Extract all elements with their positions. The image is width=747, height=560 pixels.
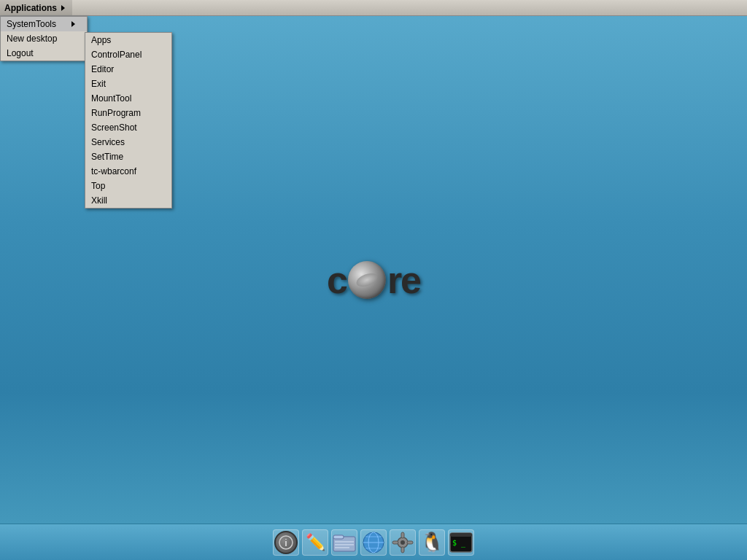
menu-item-runprogram[interactable]: RunProgram bbox=[85, 106, 171, 120]
logo-text-before: c bbox=[327, 258, 347, 302]
filemanager-icon bbox=[333, 532, 356, 553]
logout-label: Logout bbox=[7, 48, 34, 58]
info-icon bbox=[274, 531, 298, 554]
applications-label: Applications bbox=[4, 3, 57, 13]
wrench-icon bbox=[391, 531, 414, 554]
menu-item-mounttool[interactable]: MountTool bbox=[85, 91, 171, 106]
systemtools-label: SystemTools bbox=[7, 19, 56, 29]
svg-rect-16 bbox=[401, 547, 404, 553]
globe-icon bbox=[362, 531, 385, 554]
svg-rect-6 bbox=[335, 544, 354, 545]
terminal-icon: $ _ bbox=[449, 532, 473, 553]
controlpanel-label: ControlPanel bbox=[91, 50, 142, 60]
menu-item-services[interactable]: Services bbox=[85, 135, 171, 149]
menu-item-apps[interactable]: Apps bbox=[85, 33, 171, 47]
svg-point-14 bbox=[400, 540, 405, 545]
svg-rect-18 bbox=[407, 541, 413, 544]
core-logo: c re bbox=[327, 258, 420, 302]
dock-icon-terminal[interactable]: $ _ bbox=[448, 529, 474, 556]
menu-item-exit[interactable]: Exit bbox=[85, 77, 171, 91]
desktop: Applications SystemTools New desktop Log… bbox=[0, 0, 747, 560]
dock-icon-globe[interactable] bbox=[360, 529, 387, 556]
submenu-arrow-icon bbox=[71, 21, 75, 27]
menu-item-logout[interactable]: Logout bbox=[1, 46, 87, 61]
svg-rect-5 bbox=[335, 541, 354, 542]
systemtools-menu: Apps ControlPanel Editor Exit MountTool … bbox=[85, 32, 172, 209]
svg-rect-7 bbox=[335, 547, 349, 548]
logo-text-after: re bbox=[387, 258, 420, 302]
screenshot-label: ScreenShot bbox=[91, 122, 137, 133]
dock-icon-penguin[interactable]: 🐧 bbox=[419, 529, 445, 556]
svg-rect-4 bbox=[333, 535, 344, 539]
svg-rect-15 bbox=[401, 532, 404, 538]
submenu-arrow-icon bbox=[61, 5, 65, 11]
apps-label: Apps bbox=[91, 35, 111, 45]
mounttool-label: MountTool bbox=[91, 93, 131, 104]
menu-item-tc-wbarconf[interactable]: tc-wbarconf bbox=[85, 164, 171, 179]
svg-rect-20 bbox=[450, 533, 472, 537]
top-label: Top bbox=[91, 181, 105, 191]
penguin-icon: 🐧 bbox=[420, 531, 444, 553]
menu-item-settime[interactable]: SetTime bbox=[85, 149, 171, 164]
svg-rect-17 bbox=[392, 541, 398, 544]
new-desktop-label: New desktop bbox=[7, 34, 57, 44]
menu-item-new-desktop[interactable]: New desktop bbox=[1, 31, 87, 46]
logo-ball bbox=[348, 261, 386, 299]
xkill-label: Xkill bbox=[91, 195, 107, 206]
dock-icon-filemanager[interactable] bbox=[331, 529, 357, 556]
menu-item-systemtools[interactable]: SystemTools bbox=[1, 17, 87, 31]
menu-item-top[interactable]: Top bbox=[85, 179, 171, 193]
applications-menu-button[interactable]: Applications bbox=[0, 0, 72, 15]
dock-icon-info[interactable] bbox=[273, 529, 299, 556]
taskbar: Applications bbox=[0, 0, 747, 16]
menu-item-xkill[interactable]: Xkill bbox=[85, 193, 171, 208]
dock-icon-settings[interactable] bbox=[390, 529, 416, 556]
exit-label: Exit bbox=[91, 79, 106, 89]
applications-menu: SystemTools New desktop Logout bbox=[0, 16, 88, 61]
editor-label: Editor bbox=[91, 64, 114, 74]
dock: ✏️ bbox=[0, 524, 747, 560]
dock-icon-pencil[interactable]: ✏️ bbox=[302, 529, 328, 556]
menu-item-controlpanel[interactable]: ControlPanel bbox=[85, 47, 171, 62]
tc-wbarconf-label: tc-wbarconf bbox=[91, 166, 136, 176]
svg-text:$ _: $ _ bbox=[452, 539, 466, 548]
runprogram-label: RunProgram bbox=[91, 108, 141, 118]
menu-item-screenshot[interactable]: ScreenShot bbox=[85, 120, 171, 135]
logo-ball-inner bbox=[355, 271, 379, 289]
settime-label: SetTime bbox=[91, 152, 123, 162]
services-label: Services bbox=[91, 137, 125, 147]
menu-item-editor[interactable]: Editor bbox=[85, 62, 171, 77]
pencil-icon: ✏️ bbox=[306, 533, 325, 552]
